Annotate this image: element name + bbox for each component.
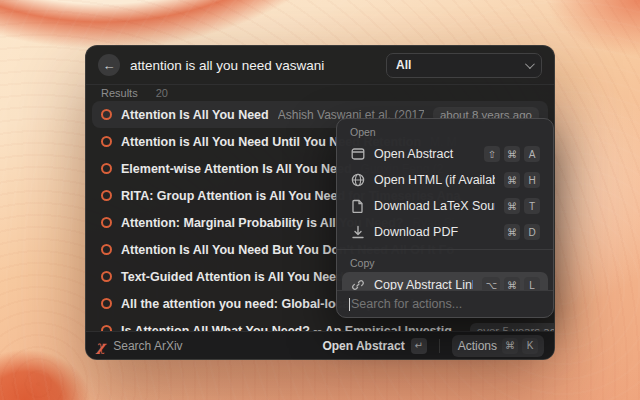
arxiv-ring-icon: [101, 163, 112, 174]
menu-item[interactable]: Download PDF ⌘D: [342, 219, 548, 245]
keycap: ⌘: [504, 146, 520, 162]
primary-action-button[interactable]: Open Abstract ↵: [322, 338, 426, 354]
paper-title: Attention Is All You Need: [121, 108, 269, 122]
menu-section-open: Open: [337, 123, 553, 141]
menu-item-shortcut: ⇧⌘A: [484, 146, 540, 162]
arxiv-ring-icon: [101, 217, 112, 228]
paper-title: Is Attention All What You Need? -- An Em…: [121, 324, 452, 332]
desktop-wallpaper: ← attention is all you need vaswani All …: [0, 0, 640, 400]
results-section-header: Results 20: [86, 85, 554, 101]
arxiv-ring-icon: [101, 298, 112, 309]
document-icon: [350, 199, 365, 214]
menu-copy-items: Copy Abstract Link ⌥⌘L: [337, 272, 553, 290]
menu-open-items: Open Abstract ⇧⌘A Open HTML (if Availabl…: [337, 141, 553, 245]
actions-shortcut: ⌘K: [502, 338, 538, 354]
link-icon: [350, 278, 365, 291]
keycap: A: [524, 146, 540, 162]
extension-name: Search ArXiv: [113, 339, 314, 353]
primary-action-label: Open Abstract: [322, 339, 404, 353]
chevron-down-icon: [525, 59, 535, 69]
results-label: Results: [101, 87, 138, 99]
result-row[interactable]: Is Attention All What You Need? -- An Em…: [92, 317, 548, 331]
actions-button[interactable]: Actions ⌘K: [452, 335, 544, 357]
menu-item[interactable]: Open HTML (if Available) ⌘H: [342, 167, 548, 193]
footer-divider: [439, 339, 440, 353]
paper-title: Element-wise Attention Is All You Need: [121, 162, 352, 176]
actions-search-bar: [337, 290, 553, 317]
menu-item[interactable]: Copy Abstract Link ⌥⌘L: [342, 272, 548, 290]
menu-item-label: Download LaTeX Source: [374, 199, 495, 213]
search-header: ← attention is all you need vaswani All: [86, 46, 554, 84]
menu-item[interactable]: Open Abstract ⇧⌘A: [342, 141, 548, 167]
globe-icon: [350, 173, 365, 188]
keycap: ⌘: [502, 338, 518, 354]
arxiv-ring-icon: [101, 244, 112, 255]
arxiv-ring-icon: [101, 190, 112, 201]
keycap: ⌘: [504, 198, 520, 214]
return-keycap: ↵: [411, 338, 427, 354]
download-icon: [350, 225, 365, 240]
arxiv-ring-icon: [101, 271, 112, 282]
menu-item[interactable]: Download LaTeX Source ⌘T: [342, 193, 548, 219]
back-button[interactable]: ←: [98, 54, 120, 76]
menu-item-label: Download PDF: [374, 225, 495, 239]
back-arrow-icon: ←: [103, 58, 116, 73]
filter-selected-value: All: [396, 58, 519, 72]
keycap: D: [524, 224, 540, 240]
menu-item-label: Copy Abstract Link: [374, 278, 473, 290]
actions-menu-list: Open Open Abstract ⇧⌘A Open HTML (if Ava…: [337, 119, 553, 290]
menu-item-label: Open HTML (if Available): [374, 173, 495, 187]
menu-item-label: Open Abstract: [374, 147, 475, 161]
menu-item-shortcut: ⌘D: [504, 224, 540, 240]
category-filter-dropdown[interactable]: All: [386, 53, 542, 78]
results-count: 20: [156, 87, 168, 99]
arxiv-extension-icon: χ: [96, 338, 105, 354]
keycap: ⇧: [484, 146, 500, 162]
keycap: ⌘: [504, 172, 520, 188]
paper-age-badge: over 5 years ago: [470, 323, 554, 332]
arxiv-ring-icon: [101, 136, 112, 147]
actions-menu: Open Open Abstract ⇧⌘A Open HTML (if Ava…: [336, 118, 554, 318]
menu-separator: [337, 249, 553, 250]
keycap: ⌥: [482, 277, 500, 290]
keycap: T: [524, 198, 540, 214]
keycap: H: [524, 172, 540, 188]
window-icon: [350, 147, 365, 162]
text-cursor: [349, 298, 350, 311]
menu-section-copy: Copy: [337, 254, 553, 272]
actions-search-input[interactable]: [351, 297, 541, 311]
keycap: ⌘: [504, 277, 520, 290]
keycap: ⌘: [504, 224, 520, 240]
window-footer: χ Search ArXiv Open Abstract ↵ Actions ⌘…: [86, 331, 554, 359]
actions-label: Actions: [458, 339, 497, 353]
menu-item-shortcut: ⌥⌘L: [482, 277, 540, 290]
menu-item-shortcut: ⌘T: [504, 198, 540, 214]
arxiv-ring-icon: [101, 109, 112, 120]
menu-item-shortcut: ⌘H: [504, 172, 540, 188]
keycap: K: [522, 338, 538, 354]
search-input[interactable]: attention is all you need vaswani: [130, 58, 376, 73]
keycap: L: [524, 277, 540, 290]
